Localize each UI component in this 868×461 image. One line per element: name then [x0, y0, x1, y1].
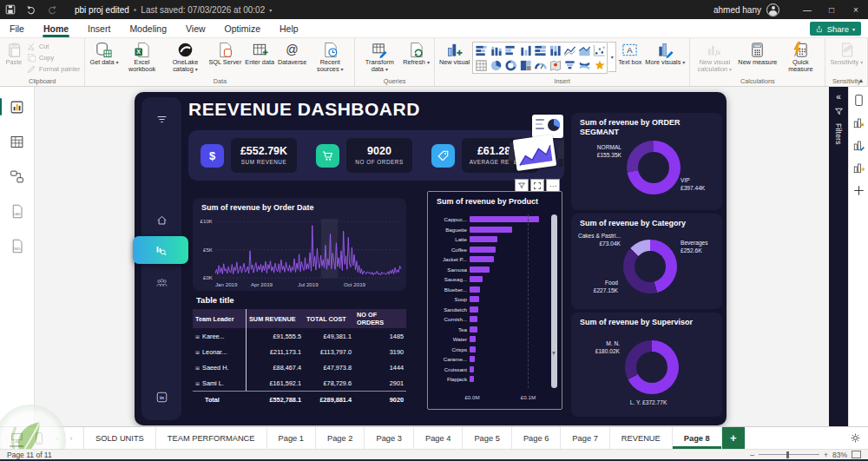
page-tab-page-4[interactable]: Page 4 [414, 427, 463, 449]
table-row[interactable]: ⊞Sami L. £161,592.1 £78,729.6 2901 [193, 375, 406, 391]
product-bar-row[interactable]: Blueber... [433, 285, 548, 295]
zoom-in-icon[interactable]: + [824, 451, 828, 459]
nav-item-home[interactable] [141, 210, 181, 229]
title-dropdown-caret[interactable]: ▾ [269, 7, 272, 13]
scroll-tabs-left-icon[interactable]: ‹ [52, 434, 62, 443]
product-bar-row[interactable]: Sandwich [433, 305, 548, 315]
nav-item-filter-lines[interactable] [141, 109, 181, 128]
page-tab-revenue[interactable]: REVENUE [610, 427, 673, 449]
zoom-slider[interactable] [759, 454, 819, 455]
line-visual-icon[interactable] [562, 43, 576, 57]
quick-measure-button[interactable]: Quick measure [779, 40, 822, 74]
page-tab-sold-units[interactable]: SOLD UNITS [84, 427, 156, 449]
recent-sources-button[interactable]: Recent sources ▾ [308, 40, 352, 74]
menu-tab-optimize[interactable]: Optimize [215, 19, 270, 38]
onelake-catalog-button[interactable]: OneLake catalog ▾ [164, 40, 207, 74]
text-box-button[interactable]: AText box [616, 40, 643, 66]
product-bar-row[interactable]: Croissant [433, 365, 548, 375]
mobile-view-icon[interactable] [30, 430, 49, 447]
product-bar-row[interactable]: Water [433, 334, 548, 345]
stacked-column-visual-icon[interactable] [489, 43, 503, 57]
product-bar-row[interactable]: Soup [433, 294, 548, 305]
page-tab-page-5[interactable]: Page 5 [463, 427, 511, 449]
scatter-visual-icon[interactable] [592, 43, 606, 57]
revenue-by-category-donut[interactable]: Sum of revenue by Category Beverages£252… [571, 214, 722, 309]
expand-row-icon[interactable]: ⊞ [195, 380, 200, 386]
undo-icon[interactable] [21, 0, 42, 19]
share-button[interactable]: Share ▾ [810, 22, 861, 36]
pie-visual-icon[interactable] [489, 58, 503, 72]
model-view-icon[interactable] [6, 165, 29, 188]
product-bar-row[interactable]: Cappuc... [433, 214, 548, 225]
enter-data-button[interactable]: Enter data [243, 40, 276, 66]
tmdl-view-icon[interactable]: TMDL [6, 234, 29, 257]
nav-item-linkedin[interactable]: in [141, 387, 181, 406]
product-bar-row[interactable]: Flapjack [433, 374, 548, 385]
product-bar-row[interactable]: Latte [433, 234, 548, 245]
page-tab-page-8[interactable]: Page 8 [673, 427, 722, 449]
nav-item-chart-search-selected[interactable] [133, 236, 188, 264]
excel-workbook-button[interactable]: XExcel workbook [121, 40, 164, 74]
product-bar-row[interactable]: Sausag... [433, 274, 548, 285]
product-bar-row[interactable]: Carame... [433, 354, 548, 365]
table-row[interactable]: ⊞Leonar... £211,173.1 £113,797.0 3190 [193, 344, 406, 359]
menu-tab-modeling[interactable]: Modeling [120, 19, 176, 38]
revenue-by-order-date-chart[interactable]: Sum of revenue by Order Date £0K£5K£10KJ… [193, 198, 406, 291]
kpi-card-no-of-orders[interactable]: 9020NO OF ORDERS [346, 138, 412, 173]
expand-row-icon[interactable]: ⊞ [195, 349, 200, 355]
paste-button[interactable]: Paste [3, 40, 25, 66]
sql-server-button[interactable]: SQL Server [207, 40, 244, 66]
sparkline-visual-icon[interactable] [592, 58, 606, 72]
treemap-visual-icon[interactable] [518, 58, 532, 72]
menu-tab-home[interactable]: Home [34, 19, 78, 38]
user-avatar[interactable] [766, 3, 779, 16]
revenue-by-product-chart[interactable]: Sum of revenue by Product Cappuc... Bagu… [427, 191, 562, 410]
kpi-card-sum-revenue[interactable]: £552.79KSUM REVENUE [231, 138, 297, 173]
product-bar-row[interactable]: Tea [433, 325, 548, 335]
fit-to-page-icon[interactable] [852, 451, 861, 458]
table-view-icon[interactable] [6, 130, 29, 153]
gauge-visual-icon[interactable] [533, 58, 547, 72]
column-100-visual-icon[interactable] [548, 43, 562, 57]
page-tab-page-3[interactable]: Page 3 [365, 427, 413, 449]
bar-chart-scrollbar[interactable] [551, 214, 557, 388]
nav-item-people[interactable] [141, 273, 181, 292]
report-view-icon[interactable] [6, 95, 29, 118]
team-leader-table-visual[interactable]: Table title Team Leader SUM REVENUE TOTA… [193, 295, 406, 412]
desktop-view-icon[interactable] [7, 430, 26, 447]
area-visual-icon[interactable] [577, 43, 591, 57]
more-visuals-button[interactable]: More visuals ▾ [643, 40, 687, 66]
funnel-visual-icon[interactable] [562, 58, 576, 72]
expand-row-icon[interactable]: ⊞ [195, 365, 200, 371]
menu-tab-insert[interactable]: Insert [78, 19, 120, 38]
save-icon[interactable] [0, 0, 21, 19]
page-tab-team-performance[interactable]: TEAM PERFORMANCE [156, 427, 267, 449]
product-bar-row[interactable]: Crisps [433, 345, 548, 355]
scroll-tabs-right-icon[interactable]: › [66, 434, 76, 443]
dax-query-view-icon[interactable]: DAX [6, 200, 29, 222]
settings-gear-icon[interactable] [842, 427, 868, 449]
page-tab-page-6[interactable]: Page 6 [512, 427, 561, 449]
page-tab-page-2[interactable]: Page 2 [316, 427, 365, 449]
close-button[interactable]: × [844, 0, 868, 19]
product-bar-row[interactable]: Jacket P... [433, 254, 548, 265]
cut-button[interactable]: Cut [25, 41, 82, 52]
table-row[interactable]: ⊞Karee... £91,555.5 £49,381.1 1485 [193, 328, 406, 344]
stacked-bar-visual-icon[interactable] [474, 43, 488, 57]
product-bar-row[interactable]: Cornish... [433, 314, 548, 325]
donut-visual-icon[interactable] [503, 58, 517, 72]
menu-tab-view[interactable]: View [176, 19, 215, 38]
gallery-expand-icon[interactable]: ▾ [608, 42, 616, 72]
refresh-button[interactable]: Refresh ▾ [401, 40, 431, 66]
donut-chart[interactable] [625, 340, 679, 394]
map-visual-icon[interactable] [548, 58, 562, 72]
expand-pane-icon[interactable]: « [836, 92, 841, 102]
menu-tab-help[interactable]: Help [270, 19, 308, 38]
dataverse-button[interactable]: @Dataverse [276, 40, 308, 66]
menu-tab-file[interactable]: File [0, 19, 34, 38]
page-tab-page-1[interactable]: Page 1 [267, 427, 316, 449]
ribbon-chart-visual-icon[interactable] [577, 58, 591, 72]
product-bar-row[interactable]: Samosa [433, 265, 548, 275]
expand-row-icon[interactable]: ⊞ [195, 333, 200, 339]
product-bar-row[interactable]: Baguette [433, 225, 548, 235]
